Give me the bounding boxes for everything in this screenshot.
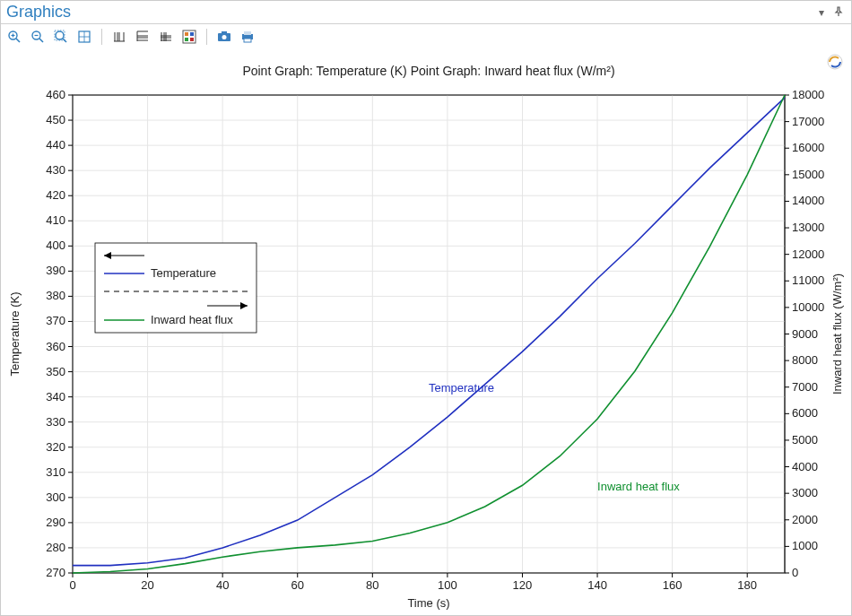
svg-rect-31: [190, 32, 194, 36]
y-left-tick-label: 280: [46, 541, 65, 554]
y-left-tick-label: 270: [46, 566, 65, 579]
y-left-tick-label: 320: [46, 440, 65, 454]
zoom-box-button[interactable]: [51, 27, 71, 47]
y-right-tick-label: 1000: [792, 539, 818, 552]
print-button[interactable]: [238, 27, 257, 47]
snapshot-button[interactable]: [214, 27, 234, 47]
svg-line-1: [16, 39, 20, 42]
y-left-tick-label: 410: [46, 213, 65, 227]
svg-rect-35: [222, 31, 227, 34]
y-left-tick-label: 310: [46, 465, 65, 479]
svg-point-7: [56, 31, 64, 39]
svg-rect-30: [185, 32, 188, 36]
toolbar-separator: [101, 29, 102, 45]
y-right-tick-label: 15000: [792, 168, 824, 181]
y-right-tick-label: 4000: [792, 460, 818, 473]
y-right-tick-label: 2000: [792, 513, 818, 526]
show-legends-button[interactable]: [179, 27, 199, 47]
y-right-tick-label: 3000: [792, 486, 818, 499]
y-right-tick-label: 13000: [792, 221, 824, 234]
y-left-axis-label: Temperature (K): [8, 292, 22, 377]
series-annotation: Temperature: [429, 381, 494, 395]
graphics-toolbar: [1, 24, 851, 49]
svg-rect-33: [190, 38, 194, 41]
x-axis-label: Time (s): [407, 596, 449, 610]
ylog-button[interactable]: [133, 27, 152, 47]
y-right-axis-label: Inward heat flux (W/m²): [830, 273, 844, 395]
x-tick-label: 180: [737, 578, 757, 592]
y-right-tick-label: 0: [792, 566, 798, 579]
panel-titlebar: Graphics ▾: [1, 1, 851, 24]
y-right-tick-label: 11000: [792, 273, 824, 287]
y-left-tick-label: 420: [46, 188, 65, 202]
chart-title: Point Graph: Temperature (K) Point Graph…: [242, 64, 614, 78]
y-left-tick-label: 290: [46, 516, 65, 529]
y-left-tick-label: 440: [46, 138, 65, 152]
svg-line-5: [39, 39, 43, 42]
legend-entry-label: Temperature: [151, 266, 216, 280]
y-left-tick-label: 330: [46, 415, 65, 429]
y-left-tick-label: 460: [46, 88, 65, 101]
legend-entry-label: Inward heat flux: [151, 313, 233, 326]
y-right-tick-label: 5000: [792, 433, 818, 447]
y-left-tick-label: 380: [46, 289, 65, 302]
x-tick-label: 40: [216, 578, 229, 592]
xylog-button[interactable]: [156, 27, 176, 47]
y-right-tick-label: 17000: [792, 115, 824, 128]
x-tick-label: 120: [513, 578, 533, 592]
zoom-in-button[interactable]: [4, 27, 24, 47]
y-right-tick-label: 10000: [792, 300, 824, 314]
graphics-panel: Graphics ▾: [0, 0, 852, 616]
x-tick-label: 20: [141, 578, 153, 592]
svg-rect-32: [185, 38, 188, 41]
y-left-tick-label: 450: [46, 113, 65, 126]
svg-rect-38: [244, 31, 251, 35]
toolbar-separator: [206, 29, 207, 45]
x-tick-label: 60: [291, 578, 304, 592]
y-left-tick-label: 350: [46, 365, 65, 378]
x-tick-label: 140: [587, 578, 607, 592]
zoom-extents-button[interactable]: [74, 27, 94, 47]
y-right-tick-label: 7000: [792, 380, 818, 394]
xlog-button[interactable]: [109, 27, 129, 47]
plot-frame: [73, 95, 785, 573]
y-right-tick-label: 6000: [792, 406, 818, 420]
y-right-tick-label: 14000: [792, 194, 824, 207]
y-left-tick-label: 400: [46, 239, 65, 252]
svg-rect-39: [244, 39, 251, 42]
x-tick-label: 100: [438, 578, 457, 592]
zoom-out-button[interactable]: [28, 27, 48, 47]
y-right-tick-label: 8000: [792, 353, 818, 367]
x-tick-label: 80: [366, 578, 378, 592]
chart-area: 0204060801001201401601802702802903003103…: [1, 50, 852, 616]
pin-icon[interactable]: [833, 6, 846, 19]
y-right-tick-label: 16000: [792, 141, 824, 154]
y-left-tick-label: 360: [46, 340, 65, 353]
y-left-tick-label: 340: [46, 390, 65, 403]
y-left-tick-label: 370: [46, 314, 65, 327]
dropdown-icon[interactable]: ▾: [815, 6, 828, 19]
y-left-tick-label: 430: [46, 163, 65, 177]
y-left-tick-label: 390: [46, 264, 65, 277]
svg-point-36: [222, 35, 227, 39]
y-right-tick-label: 12000: [792, 247, 824, 261]
x-tick-label: 160: [663, 578, 682, 592]
y-right-tick-label: 9000: [792, 327, 818, 341]
y-right-tick-label: 18000: [792, 88, 824, 101]
x-tick-label: 0: [69, 578, 75, 592]
legend: TemperatureInward heat flux: [95, 243, 256, 333]
series-annotation: Inward heat flux: [597, 480, 680, 493]
panel-title: Graphics: [6, 3, 71, 22]
y-left-tick-label: 300: [46, 490, 65, 504]
